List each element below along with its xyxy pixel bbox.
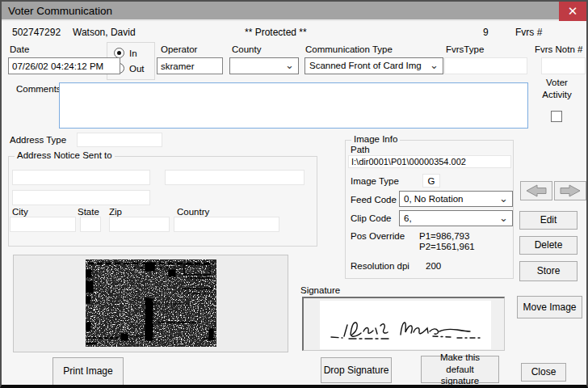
feed-code-value: 0, No Rotation [404,194,464,204]
chevron-down-icon: ⌄ [285,59,294,71]
comments-label: Comments [16,84,61,94]
fvrs-notn-label: Fvrs Notn # [535,44,582,54]
move-image-button[interactable]: Move Image [517,296,582,318]
path-label: Path [351,145,370,154]
address-line2-input[interactable] [12,190,150,205]
fvrs-count: 9 [483,27,489,38]
image-info-group-label: Image Info [351,134,400,144]
clip-code-label: Clip Code [351,213,392,223]
resolution-value: 200 [426,261,441,271]
voter-activity-checkbox[interactable] [551,111,562,122]
chevron-down-icon: ⌄ [499,192,508,205]
print-image-button[interactable]: Print Image [52,357,124,386]
zip-label: Zip [109,207,122,217]
image-type-value: G [422,174,440,188]
fvrs-type-label: FvrsType [446,44,484,54]
pos-override-p2: P2=1561,961 [419,242,475,251]
country-label: Country [177,207,209,217]
date-input[interactable] [8,57,120,74]
communication-type-dropdown[interactable]: Scanned Front of Card Img ⌄ [304,57,443,74]
fvrs-type-input[interactable] [444,57,527,74]
clip-code-value: 6, [404,213,412,223]
communication-type-label: Communication Type [305,44,393,54]
resolution-label: Resolution dpi [351,261,410,271]
signature-strokes [320,301,491,349]
arrow-left-icon [521,182,552,200]
close-button[interactable]: Close [521,363,566,382]
voter-activity-label: Voter Activity [535,77,579,101]
voter-id: 502747292 [12,27,61,38]
county-label: County [232,44,261,54]
title-bar: Voter Communication ✕ [2,2,586,21]
path-value: I:\dir0001\P01\00000354.002 [348,155,511,168]
city-label: City [12,207,28,217]
county-dropdown[interactable]: ⌄ [229,57,299,74]
radio-in-label: In [129,48,137,58]
voter-communication-dialog: Voter Communication ✕ 502747292 Watson, … [0,0,588,388]
protected-flag: ** Protected ** [245,27,307,38]
arrow-right-icon [555,182,586,200]
store-button[interactable]: Store [519,261,578,281]
date-label: Date [10,44,29,54]
state-label: State [78,207,99,217]
previous-image-button[interactable] [520,181,552,200]
scanned-card-image [86,259,216,347]
chevron-down-icon: ⌄ [499,212,508,224]
operator-input[interactable] [157,57,223,74]
pos-override-label: Pos Override [351,231,405,241]
image-type-label: Image Type [351,176,399,186]
country-input[interactable] [174,217,279,232]
close-icon: ✕ [568,4,578,18]
pos-override-p1: P1=986,793 [419,231,469,241]
state-input[interactable] [80,217,101,232]
scanned-card-noise [86,259,216,347]
address-line1-input[interactable] [12,170,150,185]
communication-type-value: Scanned Front of Card Img [309,61,422,70]
city-input[interactable] [10,217,76,232]
delete-button[interactable]: Delete [519,236,578,255]
fvrs-count-label: Fvrs # [515,27,542,38]
feed-code-label: Feed Code [351,195,397,205]
make-default-signature-button[interactable]: Make this default signature [421,356,499,383]
feed-code-dropdown[interactable]: 0, No Rotation ⌄ [399,191,513,207]
drop-signature-button[interactable]: Drop Signature [321,357,392,383]
voter-name: Watson, David [73,27,136,38]
chevron-down-icon: ⌄ [430,59,439,71]
address-type-label: Address Type [10,135,66,145]
next-image-button[interactable] [554,181,586,200]
address-notice-group-label: Address Notice Sent to [15,150,115,160]
fvrs-notn-input[interactable] [541,57,586,74]
signature-label: Signature [300,285,340,295]
signature-image [320,301,491,349]
titlebar-close-button[interactable]: ✕ [559,2,586,21]
address-right-input[interactable] [165,170,304,185]
clip-code-dropdown[interactable]: 6, ⌄ [399,210,513,226]
signature-panel [302,297,505,351]
zip-input[interactable] [109,217,170,232]
card-image-panel [13,255,288,352]
radio-out-label: Out [129,64,145,74]
comments-input[interactable] [59,82,528,129]
operator-label: Operator [161,44,197,54]
address-type-input[interactable] [77,133,162,147]
edit-button[interactable]: Edit [519,211,578,230]
dialog-title: Voter Communication [8,5,112,17]
